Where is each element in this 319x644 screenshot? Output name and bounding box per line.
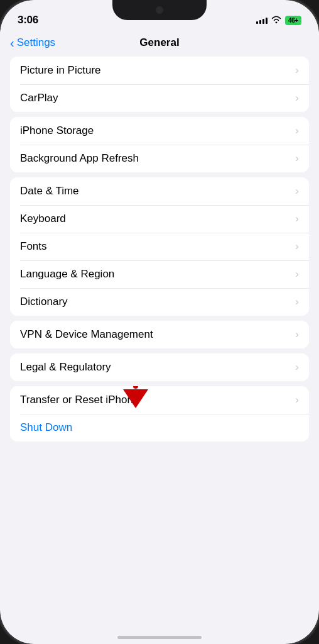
item-right: ›: [295, 296, 299, 308]
section-group-4: VPN & Device Management ›: [10, 321, 309, 348]
back-chevron-icon: ‹: [10, 36, 14, 50]
item-right: ›: [295, 394, 299, 406]
list-item-carplay[interactable]: CarPlay ›: [10, 84, 309, 112]
wifi-icon: [271, 15, 281, 25]
item-right: ›: [295, 152, 299, 165]
list-item-iphone-storage[interactable]: iPhone Storage ›: [10, 117, 309, 145]
chevron-icon: ›: [295, 125, 299, 137]
section-group-5: Legal & Regulatory ›: [10, 353, 309, 381]
signal-bar-2: [259, 20, 261, 24]
item-right: ›: [295, 268, 299, 280]
battery-icon: 46+: [285, 16, 301, 25]
section-group-3: Date & Time › Keyboard › Fonts ›: [10, 177, 309, 316]
item-right: ›: [295, 92, 299, 104]
home-indicator: [117, 636, 202, 639]
item-label: Picture in Picture: [20, 64, 101, 77]
list-item-language-region[interactable]: Language & Region ›: [10, 260, 309, 288]
section-group-6: Transfer or Reset iPhone › Shut Down: [10, 386, 309, 441]
section-group-1: Picture in Picture › CarPlay ›: [10, 57, 309, 112]
signal-bar-1: [256, 21, 258, 24]
item-right: ›: [295, 185, 299, 197]
screen: 3:06 46+: [0, 0, 319, 644]
time-display: 3:06: [18, 14, 38, 26]
item-label: Fonts: [20, 240, 47, 253]
item-label: Dictionary: [20, 296, 68, 308]
item-right: ›: [295, 213, 299, 225]
chevron-icon: ›: [295, 92, 299, 104]
signal-bar-4: [266, 18, 268, 24]
page-title: General: [139, 36, 179, 49]
item-label: Keyboard: [20, 213, 66, 225]
phone-frame: 3:06 46+: [0, 0, 319, 644]
navigation-bar: ‹ Settings General: [0, 31, 319, 57]
section-group-2: iPhone Storage › Background App Refresh …: [10, 117, 309, 172]
item-label: Legal & Regulatory: [20, 361, 111, 374]
list-item-background-app-refresh[interactable]: Background App Refresh ›: [10, 145, 309, 172]
item-label: Date & Time: [20, 185, 79, 197]
item-label: Language & Region: [20, 268, 114, 280]
list-item-transfer-reset-iphone[interactable]: Transfer or Reset iPhone ›: [10, 386, 309, 414]
status-icons: 46+: [256, 15, 301, 25]
chevron-icon: ›: [295, 394, 299, 406]
settings-content: Picture in Picture › CarPlay › iPhone St…: [0, 57, 319, 638]
item-right: ›: [295, 361, 299, 374]
list-item-date-time[interactable]: Date & Time ›: [10, 177, 309, 205]
signal-icon: [256, 16, 268, 24]
list-item-shut-down[interactable]: Shut Down: [10, 414, 309, 441]
list-item-dictionary[interactable]: Dictionary ›: [10, 288, 309, 316]
item-label: iPhone Storage: [20, 125, 94, 137]
list-item-keyboard[interactable]: Keyboard ›: [10, 205, 309, 233]
camera: [156, 6, 163, 14]
item-right: ›: [295, 125, 299, 137]
item-right: ›: [295, 64, 299, 77]
back-button[interactable]: ‹ Settings: [10, 36, 55, 50]
chevron-icon: ›: [295, 213, 299, 225]
list-item-vpn-device-management[interactable]: VPN & Device Management ›: [10, 321, 309, 348]
chevron-icon: ›: [295, 64, 299, 77]
list-item-legal-regulatory[interactable]: Legal & Regulatory ›: [10, 353, 309, 381]
item-right: ›: [295, 240, 299, 253]
chevron-icon: ›: [295, 296, 299, 308]
item-label-shutdown: Shut Down: [20, 421, 72, 434]
item-label: CarPlay: [20, 92, 58, 104]
signal-bar-3: [262, 19, 264, 24]
chevron-icon: ›: [295, 268, 299, 280]
item-label: Background App Refresh: [20, 152, 139, 165]
chevron-icon: ›: [295, 240, 299, 253]
list-item-fonts[interactable]: Fonts ›: [10, 233, 309, 260]
chevron-icon: ›: [295, 328, 299, 341]
item-label: Transfer or Reset iPhone: [20, 394, 139, 406]
notch: [112, 0, 207, 20]
chevron-icon: ›: [295, 152, 299, 165]
back-label: Settings: [17, 36, 55, 49]
chevron-icon: ›: [295, 185, 299, 197]
item-right: ›: [295, 328, 299, 341]
list-item-picture-in-picture[interactable]: Picture in Picture ›: [10, 57, 309, 84]
item-label: VPN & Device Management: [20, 328, 153, 341]
chevron-icon: ›: [295, 361, 299, 374]
